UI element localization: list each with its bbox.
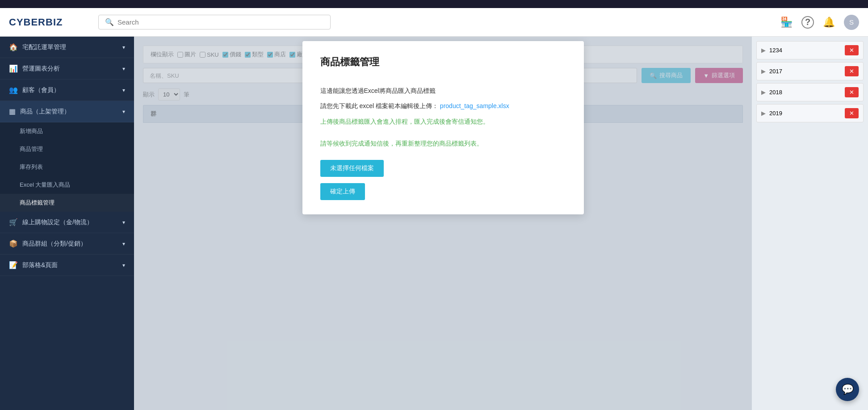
tags-panel: ▶ 1234 ✕ ▶ 2017 ✕ ▶ 2018 ✕ ▶ 2019 ✕	[752, 37, 868, 410]
sidebar-item-product-groups-label: 商品群組（分類/促銷）	[22, 240, 87, 248]
sidebar-item-customers[interactable]: 👥 顧客（會員） ▾	[0, 79, 134, 101]
delivery-icon: 🏠	[9, 43, 18, 51]
modal-note-line1: 上傳後商品標籤匯入會進入排程，匯入完成後會寄信通知您。	[320, 116, 566, 127]
logo: CYBERBIZ	[9, 17, 80, 28]
tag-delete-button[interactable]: ✕	[845, 66, 859, 76]
help-icon[interactable]: ?	[801, 16, 814, 29]
tag-row: ▶ 2018 ✕	[756, 83, 864, 101]
search-input[interactable]	[117, 18, 324, 26]
tag-row: ▶ 2019 ✕	[756, 104, 864, 122]
modal-overlay: 商品標籤管理 這邊能讓您透過Excel將商品匯入商品標籤 請您先下載此 exce…	[134, 37, 752, 410]
bell-icon[interactable]: 🔔	[823, 17, 835, 28]
sidebar-item-analytics[interactable]: 📊 營運圖表分析 ▾	[0, 58, 134, 79]
tag-name: 2018	[769, 89, 845, 96]
tag-delete-button[interactable]: ✕	[845, 108, 859, 118]
sidebar: 🏠 宅配託運單管理 ▾ 📊 營運圖表分析 ▾ 👥 顧客（會員） ▾ ▦ 商品（上…	[0, 37, 134, 410]
blog-icon: 📝	[9, 261, 18, 269]
modal-desc-line1: 這邊能讓您透過Excel將商品匯入商品標籤	[320, 86, 566, 96]
store-icon[interactable]: 🏪	[780, 17, 793, 28]
choose-file-button[interactable]: 未選擇任何檔案	[320, 160, 384, 177]
sidebar-item-delivery-label: 宅配託運單管理	[22, 43, 66, 51]
sidebar-item-excel-import[interactable]: Excel 大量匯入商品	[0, 176, 134, 194]
tag-delete-button[interactable]: ✕	[845, 87, 859, 97]
products-icon: ▦	[9, 107, 16, 116]
chevron-down-icon: ▾	[122, 66, 125, 72]
avatar[interactable]: S	[844, 15, 859, 30]
tag-row: ▶ 1234 ✕	[756, 41, 864, 59]
tag-name: 2019	[769, 110, 845, 117]
content-area: 欄位顯示 圖片 SKU 價錢 類型 商店 廠商 建立時間 溫層 🔍 搜尋商品 ▼	[134, 37, 752, 410]
tag-expand-icon: ▶	[761, 47, 766, 54]
tag-name: 2017	[769, 68, 845, 75]
analytics-icon: 📊	[9, 64, 18, 73]
search-bar: 🔍	[98, 15, 331, 29]
modal: 商品標籤管理 這邊能讓您透過Excel將商品匯入商品標籤 請您先下載此 exce…	[302, 41, 584, 214]
modal-note-line2: 請等候收到完成通知信後，再重新整理您的商品標籤列表。	[320, 138, 566, 149]
sidebar-item-delivery[interactable]: 🏠 宅配託運單管理 ▾	[0, 37, 134, 58]
sidebar-item-tag-mgmt[interactable]: 商品標籤管理	[0, 194, 134, 212]
tag-expand-icon: ▶	[761, 110, 766, 117]
chat-widget[interactable]: 💬	[836, 378, 859, 401]
sidebar-item-customers-label: 顧客（會員）	[22, 86, 60, 94]
chat-icon: 💬	[842, 384, 854, 395]
cart-icon: 🛒	[9, 218, 18, 226]
tag-row: ▶ 2017 ✕	[756, 62, 864, 80]
tag-name: 1234	[769, 47, 845, 54]
sidebar-item-products-label: 商品（上架管理）	[20, 108, 70, 116]
chevron-down-icon: ▾	[122, 87, 125, 93]
sidebar-item-shop-settings[interactable]: 🛒 線上購物設定（金/物流） ▾	[0, 212, 134, 233]
chevron-down-icon: ▾	[122, 109, 125, 115]
sidebar-item-new-product[interactable]: 新增商品	[0, 122, 134, 140]
tag-delete-button[interactable]: ✕	[845, 45, 859, 55]
tag-expand-icon: ▶	[761, 68, 766, 75]
sample-file-link[interactable]: product_tag_sample.xlsx	[440, 102, 509, 109]
main-layout: 🏠 宅配託運單管理 ▾ 📊 營運圖表分析 ▾ 👥 顧客（會員） ▾ ▦ 商品（上…	[0, 37, 868, 410]
sidebar-sub-products: 新增商品 商品管理 庫存列表 Excel 大量匯入商品 商品標籤管理	[0, 122, 134, 212]
sidebar-item-blog-label: 部落格&頁面	[22, 261, 58, 269]
modal-desc-line2: 請您先下載此 excel 檔案範本編輯後上傳： product_tag_samp…	[320, 101, 566, 112]
modal-title: 商品標籤管理	[320, 55, 566, 73]
top-bar	[0, 0, 868, 8]
sidebar-item-analytics-label: 營運圖表分析	[22, 65, 60, 73]
header-actions: 🏪 ? 🔔 S	[780, 15, 859, 30]
sidebar-item-product-groups[interactable]: 📦 商品群組（分類/促銷） ▾	[0, 233, 134, 255]
box-icon: 📦	[9, 239, 18, 248]
sidebar-item-products[interactable]: ▦ 商品（上架管理） ▾	[0, 101, 134, 122]
sidebar-item-product-mgmt[interactable]: 商品管理	[0, 140, 134, 158]
search-icon: 🔍	[105, 18, 114, 26]
sidebar-item-inventory[interactable]: 庫存列表	[0, 158, 134, 176]
header: CYBERBIZ 🔍 🏪 ? 🔔 S	[0, 8, 868, 37]
sidebar-item-shop-settings-label: 線上購物設定（金/物流）	[22, 218, 93, 226]
chevron-down-icon: ▾	[122, 219, 125, 226]
upload-button[interactable]: 確定上傳	[320, 183, 365, 200]
sidebar-item-blog[interactable]: 📝 部落格&頁面 ▾	[0, 255, 134, 276]
chevron-down-icon: ▾	[122, 262, 125, 268]
tag-expand-icon: ▶	[761, 89, 766, 96]
chevron-down-icon: ▾	[122, 241, 125, 247]
customers-icon: 👥	[9, 86, 18, 94]
chevron-down-icon: ▾	[122, 44, 125, 50]
